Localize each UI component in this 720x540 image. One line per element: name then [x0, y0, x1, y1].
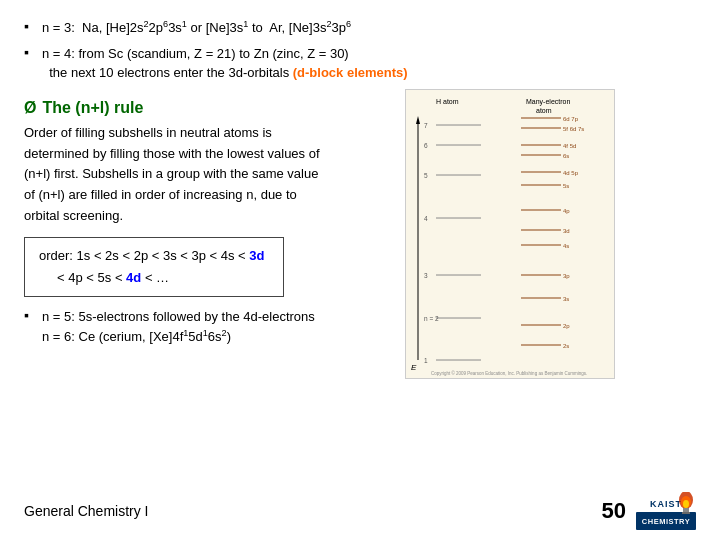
svg-text:5: 5	[424, 172, 428, 179]
svg-text:3: 3	[424, 272, 428, 279]
svg-text:5f 6d 7s: 5f 6d 7s	[563, 126, 584, 132]
svg-text:H atom: H atom	[436, 98, 459, 105]
footer-right: 50 CHEMISTRY KAIST	[602, 492, 696, 530]
svg-text:3p: 3p	[563, 273, 570, 279]
page-number: 50	[602, 498, 626, 524]
kaist-logo-svg: CHEMISTRY KAIST	[636, 492, 696, 530]
bullet-item-1: ▪ n = 3: Na, [He]2s22p63s1 or [Ne]3s1 to…	[24, 18, 696, 38]
svg-text:Many-electron: Many-electron	[526, 98, 570, 106]
order-box: order: 1s < 2s < 2p < 3s < 3p < 4s < 3d …	[24, 237, 284, 297]
svg-text:2p: 2p	[563, 323, 570, 329]
svg-text:6d 7p: 6d 7p	[563, 116, 579, 122]
bullet-symbol-1: ▪	[24, 18, 38, 34]
energy-diagram-svg: H atom Many-electron atom E 7 6	[406, 90, 615, 379]
bullet-symbol-2: ▪	[24, 44, 38, 60]
svg-text:7: 7	[424, 122, 428, 129]
energy-level-diagram: H atom Many-electron atom E 7 6	[405, 89, 615, 379]
kaist-logo: CHEMISTRY KAIST	[636, 492, 696, 530]
kaist-text: KAIST	[650, 499, 682, 509]
svg-text:n = 2: n = 2	[424, 315, 439, 322]
3d-highlight: 3d	[249, 248, 264, 263]
footer: General Chemistry I 50 CHEMISTRY KAIST	[0, 492, 720, 530]
right-col: H atom Many-electron atom E 7 6	[324, 89, 696, 379]
svg-text:6: 6	[424, 142, 428, 149]
bullet-item-2: ▪ n = 4: from Sc (scandium, Z = 21) to Z…	[24, 44, 696, 83]
svg-text:atom: atom	[536, 107, 552, 114]
svg-text:1: 1	[424, 357, 428, 364]
arrow-symbol: Ø	[24, 99, 36, 117]
svg-text:4: 4	[424, 215, 428, 222]
bullet-item-3: ▪ n = 5: 5s-electrons followed by the 4d…	[24, 307, 324, 346]
svg-point-51	[683, 500, 689, 508]
chemistry-text: CHEMISTRY	[642, 517, 690, 526]
svg-text:E: E	[411, 363, 417, 372]
course-title: General Chemistry I	[24, 503, 148, 519]
main-content: ▪ n = 3: Na, [He]2s22p63s1 or [Ne]3s1 to…	[0, 0, 720, 389]
heading-title: The (n+l) rule	[42, 99, 143, 117]
svg-text:3d: 3d	[563, 228, 570, 234]
footer-left-text: General Chemistry I	[24, 503, 602, 519]
svg-rect-0	[406, 90, 615, 379]
d-block-highlight: (d-block elements)	[293, 65, 408, 80]
bullet-text-3: n = 5: 5s-electrons followed by the 4d-e…	[42, 307, 315, 346]
svg-rect-53	[682, 512, 690, 514]
svg-text:5s: 5s	[563, 183, 569, 189]
svg-text:4s: 4s	[563, 243, 569, 249]
svg-text:4d 5p: 4d 5p	[563, 170, 579, 176]
svg-text:4f 5d: 4f 5d	[563, 143, 576, 149]
section-heading: Ø The (n+l) rule	[24, 99, 324, 117]
svg-text:6s: 6s	[563, 153, 569, 159]
svg-text:4p: 4p	[563, 208, 570, 214]
bullet-text-1: n = 3: Na, [He]2s22p63s1 or [Ne]3s1 to A…	[42, 18, 351, 38]
svg-text:3s: 3s	[563, 296, 569, 302]
bullet-symbol-3: ▪	[24, 307, 38, 323]
body-text: Order of filling subshells in neutral at…	[24, 123, 324, 227]
4d-highlight: 4d	[126, 270, 141, 285]
bullet-text-2: n = 4: from Sc (scandium, Z = 21) to Zn …	[42, 44, 408, 83]
left-col: Ø The (n+l) rule Order of filling subshe…	[24, 89, 324, 353]
svg-text:Copyright © 2009 Pearson Educa: Copyright © 2009 Pearson Education, Inc.…	[431, 370, 587, 376]
svg-text:2s: 2s	[563, 343, 569, 349]
two-col-section: Ø The (n+l) rule Order of filling subshe…	[24, 89, 696, 379]
